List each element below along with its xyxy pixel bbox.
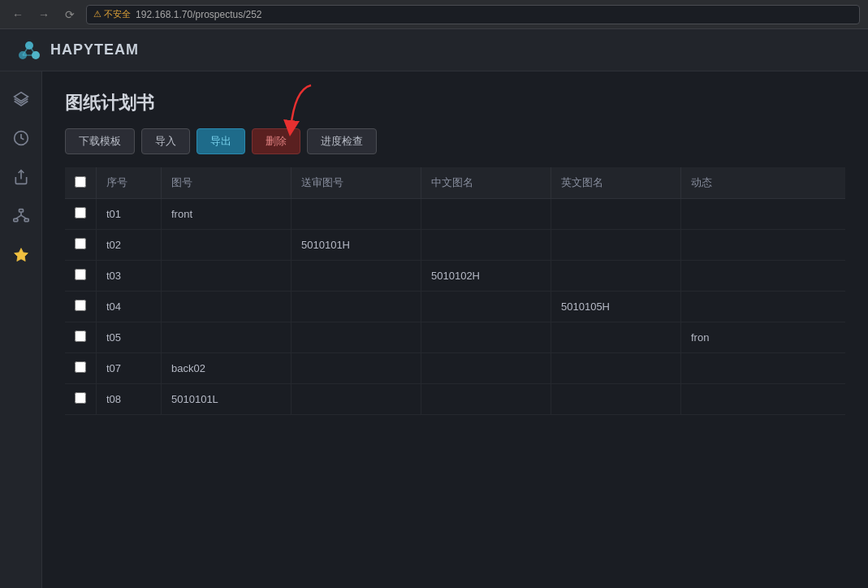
row-submit-num xyxy=(291,353,421,384)
sidebar-item-share[interactable] xyxy=(6,162,36,192)
row-seq: t03 xyxy=(97,261,162,292)
row-submit-num xyxy=(291,261,421,292)
import-button[interactable]: 导入 xyxy=(141,128,190,154)
row-dynamic xyxy=(681,261,846,292)
col-header-drawing-num: 图号 xyxy=(162,167,291,199)
svg-rect-9 xyxy=(19,210,23,212)
row-en-name xyxy=(551,261,681,292)
row-submit-num: 5010101H xyxy=(291,230,421,261)
row-en-name xyxy=(551,322,681,353)
app-name: HAPYTEAM xyxy=(50,41,139,58)
row-seq: t01 xyxy=(97,199,162,230)
page-title: 图纸计划书 xyxy=(65,91,845,115)
row-checkbox-cell xyxy=(65,261,97,292)
content-area: 图纸计划书 下载模板 导入 导出 删除 进度检查 xyxy=(42,71,868,588)
svg-marker-15 xyxy=(14,249,28,262)
delete-button[interactable]: 删除 xyxy=(252,128,300,154)
logo-icon xyxy=(16,37,42,63)
row-checkbox[interactable] xyxy=(75,300,86,311)
svg-rect-11 xyxy=(24,218,28,221)
table-row: t04 5010105H xyxy=(65,292,845,322)
row-submit-num xyxy=(291,384,421,415)
svg-line-14 xyxy=(21,215,27,218)
row-drawing-num xyxy=(162,292,291,322)
col-header-dynamic: 动态 xyxy=(681,167,846,199)
row-seq: t05 xyxy=(97,322,162,353)
sidebar-item-star[interactable] xyxy=(6,240,36,270)
download-template-button[interactable]: 下载模板 xyxy=(65,128,135,154)
row-checkbox[interactable] xyxy=(75,269,86,280)
progress-check-button[interactable]: 进度检查 xyxy=(307,128,377,154)
forward-button[interactable]: → xyxy=(34,5,54,24)
app-container: HAPYTEAM xyxy=(0,29,868,588)
row-checkbox-cell xyxy=(65,292,97,322)
data-table: 序号 图号 送审图号 中文图名 英文图名 xyxy=(65,167,845,415)
app-header: HAPYTEAM xyxy=(0,29,868,71)
table-header-row: 序号 图号 送审图号 中文图名 英文图名 xyxy=(65,167,845,199)
row-cn-name: 5010102H xyxy=(421,261,551,292)
back-button[interactable]: ← xyxy=(8,5,28,24)
row-checkbox[interactable] xyxy=(75,238,86,249)
table-row: t07 back02 xyxy=(65,353,845,384)
browser-chrome: ← → ⟳ ⚠ 不安全 192.168.1.70/prospectus/252 xyxy=(0,0,868,29)
row-submit-num xyxy=(291,322,421,353)
insecure-badge: ⚠ 不安全 xyxy=(93,8,131,20)
row-cn-name xyxy=(421,199,551,230)
row-seq: t02 xyxy=(97,230,162,261)
row-checkbox[interactable] xyxy=(75,331,86,342)
row-dynamic xyxy=(681,199,846,230)
table-row: t01 front xyxy=(65,199,845,230)
col-header-seq: 序号 xyxy=(97,167,162,199)
row-dynamic xyxy=(681,353,846,384)
row-en-name: 5010105H xyxy=(551,292,681,322)
row-cn-name xyxy=(421,322,551,353)
row-checkbox-cell xyxy=(65,199,97,230)
row-dynamic xyxy=(681,230,846,261)
reload-button[interactable]: ⟳ xyxy=(60,5,80,24)
table-row: t05 fron xyxy=(65,322,845,353)
table-row: t03 5010102H xyxy=(65,261,845,292)
row-checkbox[interactable] xyxy=(75,361,86,373)
svg-rect-10 xyxy=(13,218,17,221)
row-drawing-num: 5010101L xyxy=(162,384,291,415)
row-en-name xyxy=(551,353,681,384)
sidebar xyxy=(0,71,42,588)
col-header-cn-name: 中文图名 xyxy=(421,167,551,199)
row-dynamic xyxy=(681,292,846,322)
row-seq: t04 xyxy=(97,292,162,322)
row-cn-name xyxy=(421,353,551,384)
col-header-submit-num: 送审图号 xyxy=(291,167,421,199)
export-button[interactable]: 导出 xyxy=(196,128,245,154)
address-bar[interactable]: ⚠ 不安全 192.168.1.70/prospectus/252 xyxy=(86,5,860,24)
sidebar-item-clock[interactable] xyxy=(6,123,36,153)
row-dynamic: fron xyxy=(681,322,846,353)
row-checkbox[interactable] xyxy=(75,207,86,218)
row-en-name xyxy=(551,230,681,261)
row-checkbox-cell xyxy=(65,384,97,415)
url-text: 192.168.1.70/prospectus/252 xyxy=(136,9,261,20)
row-en-name xyxy=(551,199,681,230)
row-submit-num xyxy=(291,292,421,322)
row-checkbox-cell xyxy=(65,230,97,261)
sidebar-item-network[interactable] xyxy=(6,201,36,231)
row-checkbox-cell xyxy=(65,322,97,353)
row-cn-name xyxy=(421,384,551,415)
col-header-checkbox xyxy=(65,167,97,199)
row-cn-name xyxy=(421,292,551,322)
table-row: t02 5010101H xyxy=(65,230,845,261)
row-dynamic xyxy=(681,384,846,415)
select-all-checkbox[interactable] xyxy=(75,176,86,188)
row-submit-num xyxy=(291,199,421,230)
col-header-en-name: 英文图名 xyxy=(551,167,681,199)
toolbar: 下载模板 导入 导出 删除 进度检查 xyxy=(65,128,845,154)
sidebar-item-layers[interactable] xyxy=(6,84,36,114)
row-drawing-num: back02 xyxy=(162,353,291,384)
svg-line-13 xyxy=(15,215,21,218)
row-drawing-num xyxy=(162,230,291,261)
row-drawing-num xyxy=(162,322,291,353)
row-drawing-num xyxy=(162,261,291,292)
row-en-name xyxy=(551,384,681,415)
row-checkbox[interactable] xyxy=(75,392,86,404)
table-row: t08 5010101L xyxy=(65,384,845,415)
row-seq: t08 xyxy=(97,384,162,415)
